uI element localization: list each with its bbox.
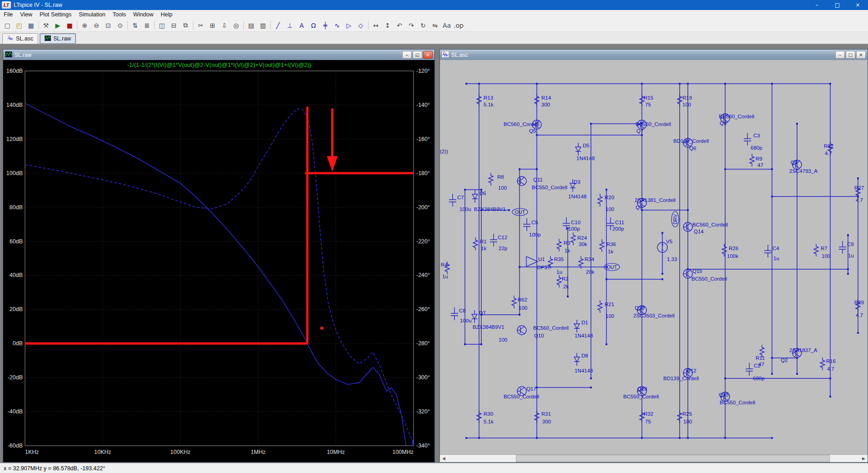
component-label[interactable]: 100	[606, 313, 614, 319]
component-label[interactable]: R30	[484, 411, 493, 417]
scroll-left-icon[interactable]: ◀	[440, 455, 448, 462]
component-label[interactable]: 1N4148	[575, 333, 593, 338]
component-label[interactable]: 30k	[579, 242, 587, 247]
component-label[interactable]: 75	[645, 419, 651, 424]
component-label[interactable]: 20k	[586, 269, 595, 275]
component-label[interactable]: BD140_Cordell	[673, 138, 709, 144]
minimize-button[interactable]: –	[835, 51, 845, 59]
component-label[interactable]: C7	[457, 195, 464, 200]
component-label[interactable]: 4.7	[856, 312, 863, 318]
component-label[interactable]: 1N4148	[576, 156, 595, 161]
component-label[interactable]: Q13	[719, 392, 729, 398]
component-label[interactable]: R16	[826, 358, 836, 364]
component-label[interactable]: 1u	[442, 274, 448, 279]
close-button[interactable]: ×	[848, 0, 868, 10]
zoom-back-icon[interactable]: ⊙	[115, 20, 126, 30]
move-icon[interactable]: ↔	[370, 20, 381, 30]
text-icon[interactable]: Aa	[441, 20, 452, 30]
component-label[interactable]: 1k	[481, 246, 486, 251]
component-label[interactable]: R3	[564, 240, 570, 246]
open-icon[interactable]: ◰	[14, 20, 25, 30]
component-label[interactable]: Q10	[534, 333, 544, 338]
component-label[interactable]: C4	[772, 246, 779, 251]
component-label[interactable]: R36	[606, 242, 616, 247]
component-label[interactable]: R19	[682, 95, 692, 101]
component-label[interactable]: 680p	[751, 145, 762, 151]
schematic-canvas[interactable]: OUTOUTDRVR135.1kR14300R1575R19100BC560_C…	[440, 60, 868, 462]
print-preview-icon[interactable]: ▤	[246, 20, 257, 30]
maximize-button[interactable]: □	[846, 51, 855, 59]
component-label[interactable]: Q15	[692, 268, 702, 274]
diode-icon[interactable]: ▷	[343, 20, 354, 30]
component-label[interactable]: R14	[541, 95, 551, 101]
component-label[interactable]: BZX384B9V1	[474, 206, 506, 212]
component-label[interactable]: D5	[583, 143, 590, 148]
component-label[interactable]: 22p	[499, 246, 507, 251]
component-label[interactable]: R4	[441, 262, 448, 267]
component-label[interactable]: 300	[542, 419, 551, 424]
component-label[interactable]: R2	[562, 276, 569, 282]
zoom-out-icon[interactable]: ⊖	[91, 20, 102, 30]
component-label[interactable]: 1N4148	[568, 194, 586, 199]
component-label[interactable]: 1.33	[667, 257, 677, 262]
run-icon[interactable]: ▶	[52, 20, 63, 30]
print-icon[interactable]: ▥	[257, 20, 268, 30]
control-panel-icon[interactable]: ⚒	[40, 20, 51, 30]
component-label[interactable]: R62	[518, 297, 527, 302]
component-label[interactable]: BC550_Cordell	[504, 394, 539, 399]
tab-sl-raw[interactable]: SL.raw	[40, 33, 76, 44]
component-label[interactable]: 100	[682, 102, 691, 107]
component-label[interactable]: 100	[822, 253, 830, 259]
component-label[interactable]: 100p	[529, 232, 541, 237]
copy-icon[interactable]: ⊞	[207, 20, 218, 30]
component-label[interactable]: 100	[683, 419, 692, 424]
component-label[interactable]: R35	[554, 257, 564, 262]
component-label[interactable]: D3	[574, 179, 580, 185]
component-label[interactable]: 4.7	[825, 151, 832, 156]
inductor-icon[interactable]: ∿	[332, 20, 343, 30]
resistor-icon[interactable]: Ω	[308, 20, 319, 30]
menu-window[interactable]: Window	[130, 10, 157, 19]
component-label[interactable]: D8	[581, 353, 588, 358]
component-label[interactable]: 100u	[460, 318, 472, 323]
component-label[interactable]: 2SA1837_A	[789, 347, 818, 353]
component-label[interactable]: 300	[541, 102, 550, 107]
scrollbar-track[interactable]	[448, 455, 860, 462]
component-label[interactable]: R8	[497, 174, 504, 180]
menu-view[interactable]: View	[16, 10, 36, 19]
component-label[interactable]: D6	[479, 191, 486, 196]
component-label[interactable]: R24	[577, 235, 587, 241]
component-label[interactable]: 100	[499, 337, 507, 342]
component-label[interactable]: 1u	[773, 256, 779, 261]
component-label[interactable]: BC560_Cordell	[533, 325, 569, 331]
component-label[interactable]: C10	[571, 220, 580, 225]
menu-simulation[interactable]: Simulation	[75, 10, 109, 19]
menu-help[interactable]: Help	[157, 10, 176, 19]
menu-file[interactable]: File	[0, 10, 16, 19]
component-label[interactable]: Q14	[694, 229, 704, 234]
plot-window-titlebar[interactable]: SL.raw –◱×	[3, 50, 434, 60]
component-label[interactable]: R34	[585, 257, 595, 262]
component-label[interactable]: Q12	[686, 368, 696, 373]
label-net-icon[interactable]: A	[296, 20, 307, 30]
component-label[interactable]: BC550_Cordell	[623, 394, 659, 399]
close-button[interactable]: ×	[856, 51, 866, 59]
capacitor-icon[interactable]: ╪	[320, 20, 331, 30]
new-schematic-icon[interactable]: ▢	[2, 20, 13, 30]
component-label[interactable]: R13	[484, 95, 493, 101]
schematic-drawing[interactable]: OUTOUTDRVR135.1kR14300R1575R19100BC560_C…	[440, 60, 868, 456]
component-label[interactable]: C3	[753, 133, 760, 138]
component-label[interactable]: BC560_Cordell	[692, 222, 728, 227]
component-label[interactable]: R32	[644, 411, 653, 417]
component-label[interactable]: (2))	[440, 149, 448, 154]
component-label[interactable]: U1	[538, 257, 545, 262]
component-label[interactable]: Q8	[720, 121, 727, 126]
zoom-full-icon[interactable]: ⊡	[103, 20, 114, 30]
component-label[interactable]: 2k	[563, 284, 569, 289]
minimize-button[interactable]: –	[807, 0, 827, 10]
component-label[interactable]: Q9	[636, 205, 642, 210]
component-label[interactable]: 47	[757, 162, 763, 168]
component-label[interactable]: 100k	[727, 253, 738, 259]
component-label[interactable]: 100	[519, 305, 527, 311]
redo-icon[interactable]: ↷	[406, 20, 417, 30]
